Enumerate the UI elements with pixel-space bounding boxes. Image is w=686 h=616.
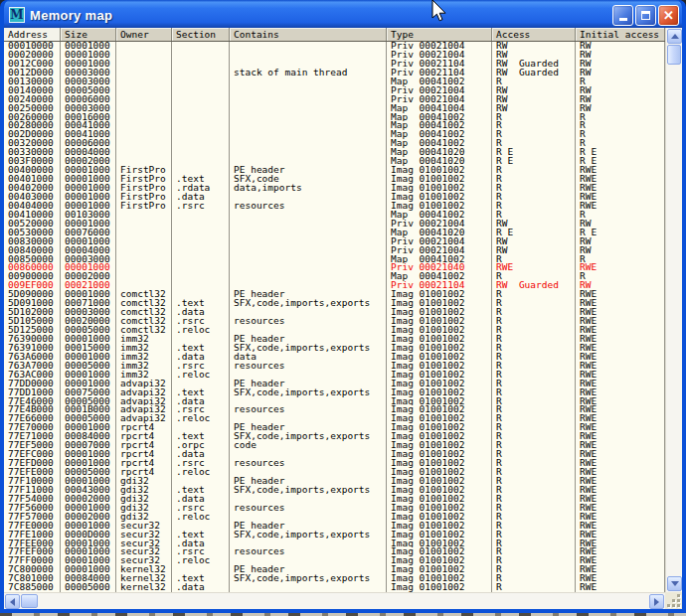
table-row[interactable]: 77EFE00000005000rpcrt4.relocImag 0100100…: [4, 468, 665, 477]
table-row[interactable]: 77EFC00000001000rpcrt4.dataImag 01001002…: [4, 450, 665, 459]
table-row[interactable]: 77FE10000000D000secur32.textSFX,code,imp…: [4, 531, 665, 539]
horizontal-scroll-thumb[interactable]: [21, 594, 38, 608]
table-row[interactable]: 0040000000001000FirstProPE headerImag 01…: [4, 166, 665, 175]
table-row[interactable]: 7639100000015000imm32.textSFX,code,impor…: [4, 344, 665, 353]
table-row[interactable]: 003F000000002000Map 00041020R ER E: [4, 157, 665, 166]
vertical-scroll-thumb[interactable]: [667, 45, 681, 65]
table-row[interactable]: 77E6600000005000advapi32.relocImag 01001…: [4, 414, 665, 423]
column-header-initial-access[interactable]: Initial access: [576, 28, 665, 41]
table-row[interactable]: 0024000000006000Priv 00021004RWRW: [4, 95, 665, 104]
table-row[interactable]: 0012D00000003000stack of main threadPriv…: [4, 69, 665, 77]
table-row[interactable]: 77DD000000001000advapi32PE headerImag 01…: [4, 380, 665, 388]
table-row[interactable]: 77EF500000007000rpcrt4.orpccodeImag 0100…: [4, 441, 665, 450]
cell: [230, 556, 387, 565]
cell: [230, 281, 387, 290]
table-row[interactable]: 0040100000001000FirstPro.textSFX,codeIma…: [4, 175, 665, 184]
table-row[interactable]: 77F5400000002000gdi32.dataImag 01001002R…: [4, 495, 665, 504]
column-header-owner[interactable]: Owner: [116, 28, 172, 41]
cell: Priv 00021104: [387, 60, 492, 69]
cell: .reloc: [172, 414, 230, 423]
table-row[interactable]: 0041000000103000Map 00041002RR: [4, 211, 665, 220]
cell: R: [492, 388, 576, 397]
cell: R E: [492, 157, 576, 166]
table-row[interactable]: 763AC00000001000imm32.relocImag 01001002…: [4, 371, 665, 380]
table-row[interactable]: 77F5600000001000gdi32.rsrcresourcesImag …: [4, 504, 665, 513]
table-row[interactable]: 763A700000005000imm32.rsrcresourcesImag …: [4, 362, 665, 371]
table-row[interactable]: 002D000000041000Map 00041002RR: [4, 130, 665, 139]
table-row[interactable]: 0090000000002000Map 00041002RR: [4, 272, 665, 281]
cell: Imag 01001002: [387, 326, 492, 335]
column-header-section[interactable]: Section: [172, 28, 230, 41]
cell: Map 00041004: [387, 104, 492, 113]
table-row[interactable]: 0025000000003000Map 00041004RWRW: [4, 104, 665, 113]
table-row[interactable]: 7C88500000005000kernel32.dataImag 010010…: [4, 583, 665, 592]
table-row[interactable]: 5D09000000001000comctl32PE headerImag 01…: [4, 290, 665, 299]
scroll-left-button[interactable]: [5, 594, 20, 609]
table-row[interactable]: 009EF00000021000Priv 00021104RW GuardedR…: [4, 281, 665, 290]
table-row[interactable]: 77FF000000001000secur32.relocImag 010010…: [4, 556, 665, 565]
table-row[interactable]: 0002000000001000Priv 00021004RWRW: [4, 51, 665, 60]
table-row[interactable]: 77FEE00000001000secur32.dataImag 0100100…: [4, 539, 665, 548]
column-header-address[interactable]: Address: [4, 28, 61, 41]
table-row[interactable]: 0013000000003000Map 00041002RR: [4, 77, 665, 86]
horizontal-scrollbar[interactable]: [4, 592, 665, 609]
table-row[interactable]: 5D10200000003000comctl32.dataImag 010010…: [4, 308, 665, 317]
cell: .reloc: [172, 468, 230, 477]
resize-grip[interactable]: [665, 592, 682, 609]
table-row[interactable]: 0001000000001000Priv 00021004RWRW: [4, 42, 665, 51]
table-row[interactable]: 5D09100000071000comctl32.textSFX,code,im…: [4, 299, 665, 308]
table-row[interactable]: 77F1100000043000gdi32.textSFX,code,impor…: [4, 486, 665, 495]
vertical-scroll-track[interactable]: [666, 65, 682, 575]
table-row[interactable]: 0084000000004000Priv 00021004RWRW: [4, 246, 665, 255]
scroll-right-button[interactable]: [649, 594, 664, 609]
column-header-access[interactable]: Access: [492, 28, 576, 41]
table-row[interactable]: 0014000000005000Priv 00021004RWRW: [4, 86, 665, 95]
column-header-type[interactable]: Type: [387, 28, 492, 41]
column-header-contains[interactable]: Contains: [230, 28, 387, 41]
table-row[interactable]: 7639000000001000imm32PE headerImag 01001…: [4, 335, 665, 344]
cell: Imag 01001002: [387, 308, 492, 317]
table-row[interactable]: 0012C00000001000Priv 00021104RW GuardedR…: [4, 60, 665, 69]
table-row[interactable]: 0086000000001000Priv 00021040RWERWE: [4, 263, 665, 272]
table-row[interactable]: 0028000000041000Map 00041002RR: [4, 121, 665, 130]
table-row[interactable]: 0040200000001000FirstPro.rdatadata,impor…: [4, 184, 665, 193]
table-row[interactable]: 0040400000001000FirstPro.rsrcresourcesIm…: [4, 202, 665, 211]
table-row[interactable]: 77E7000000001000rpcrt4PE headerImag 0100…: [4, 423, 665, 432]
table-row[interactable]: 77E7100000084000rpcrt4.textSFX,code,impo…: [4, 432, 665, 441]
cell: rpcrt4: [116, 459, 172, 468]
cell: 00010000: [4, 42, 61, 51]
table-row[interactable]: 5D10500000020000comctl32.rsrcresourcesIm…: [4, 317, 665, 326]
vertical-scrollbar[interactable]: [665, 28, 682, 592]
table-row[interactable]: 0053000000076000Map 00041020R ER E: [4, 229, 665, 237]
minimize-button[interactable]: [612, 5, 633, 26]
table-row[interactable]: 0085000000003000Map 00041002RR: [4, 255, 665, 264]
table-row[interactable]: 0052000000001000Priv 00021004RWRW: [4, 220, 665, 229]
table-row[interactable]: 763A600000001000imm32.datadataImag 01001…: [4, 353, 665, 362]
table-row[interactable]: 0033000000004000Map 00041020R ER E: [4, 148, 665, 157]
cell: FirstPro: [116, 184, 172, 193]
scroll-down-button[interactable]: [667, 576, 682, 591]
table-row[interactable]: 5D12500000005000comctl32.relocImag 01001…: [4, 326, 665, 335]
table-row[interactable]: 77EFD00000001000rpcrt4.rsrcresourcesImag…: [4, 459, 665, 468]
table-row[interactable]: 0040300000001000FirstPro.dataImag 010010…: [4, 193, 665, 202]
table-row[interactable]: 7C80100000084000kernel32.textSFX,code,im…: [4, 574, 665, 583]
column-header-size[interactable]: Size: [61, 28, 116, 41]
cell: 00330000: [4, 148, 61, 157]
table-row[interactable]: 77DD100000075000advapi32.textSFX,code,im…: [4, 388, 665, 397]
table-row[interactable]: 77FEF00000001000secur32.rsrcresourcesIma…: [4, 547, 665, 556]
table-row[interactable]: 7C80000000001000kernel32PE headerImag 01…: [4, 565, 665, 574]
table-row[interactable]: 77F5700000002000gdi32.relocImag 01001002…: [4, 513, 665, 522]
maximize-button[interactable]: [635, 5, 656, 26]
table-row[interactable]: 77E4B0000001B000advapi32.rsrcresourcesIm…: [4, 405, 665, 414]
table-row[interactable]: 77F1000000001000gdi32PE headerImag 01001…: [4, 477, 665, 486]
table-row[interactable]: 77FE000000001000secur32PE headerImag 010…: [4, 522, 665, 531]
horizontal-scroll-track[interactable]: [38, 593, 648, 609]
titlebar[interactable]: M Memory map ✕: [4, 0, 682, 28]
close-button[interactable]: ✕: [658, 5, 679, 26]
table-row[interactable]: 0026000000016000Map 00041002RR: [4, 113, 665, 122]
table-row[interactable]: 77E4600000005000advapi32.dataImag 010010…: [4, 397, 665, 406]
scroll-up-button[interactable]: [667, 29, 682, 44]
cell: resources: [230, 547, 387, 556]
table-row[interactable]: 0083000000001000Priv 00021004RWRW: [4, 237, 665, 246]
table-row[interactable]: 0032000000006000Map 00041002RR: [4, 139, 665, 148]
